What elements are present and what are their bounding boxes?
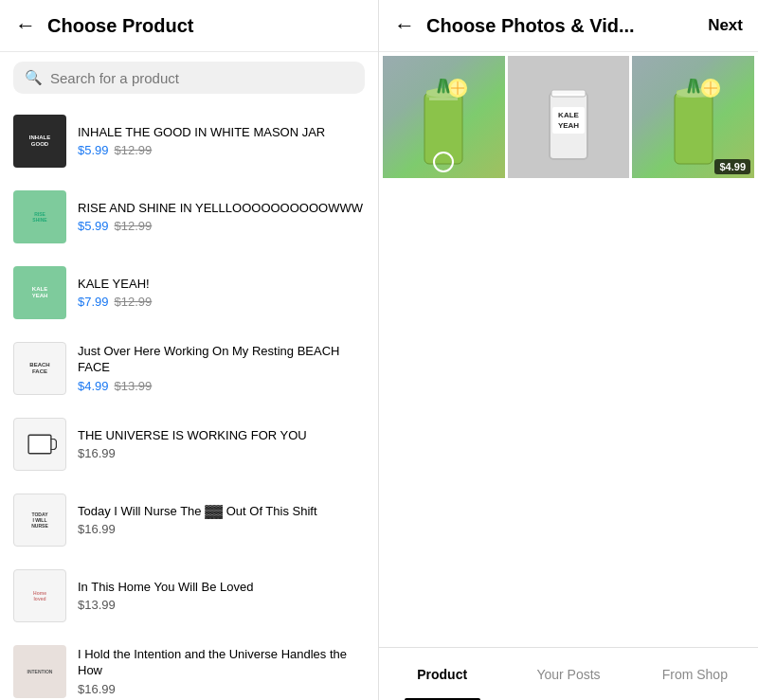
list-item[interactable]: TODAYI WILLNURSE Today I Will Nurse The … bbox=[0, 482, 378, 558]
bottom-tabs: Product Your Posts From Shop bbox=[379, 647, 758, 700]
product-name: INHALE THE GOOD IN WHITE MASON JAR bbox=[78, 125, 365, 141]
product-thumbnail: TODAYI WILLNURSE bbox=[13, 494, 66, 547]
price-row: $16.99 bbox=[78, 522, 365, 536]
price-sale: $7.99 bbox=[78, 295, 109, 309]
product-info: In This Home You Will Be Loved $13.99 bbox=[78, 580, 365, 613]
product-thumbnail: Homeloved bbox=[13, 569, 66, 622]
photo-inner bbox=[383, 56, 505, 178]
right-panel: ← Choose Photos & Vid... Next bbox=[379, 0, 758, 700]
svg-text:YEAH: YEAH bbox=[558, 121, 579, 130]
right-header: ← Choose Photos & Vid... Next bbox=[379, 0, 758, 52]
tab-your-posts-label: Your Posts bbox=[536, 667, 600, 682]
photo-cell[interactable]: KALE YEAH bbox=[508, 56, 630, 178]
list-item[interactable]: BEACHFACE Just Over Here Working On My R… bbox=[0, 331, 378, 406]
list-item[interactable]: INHALEGOOD INHALE THE GOOD IN WHITE MASO… bbox=[0, 103, 378, 179]
product-name: In This Home You Will Be Loved bbox=[78, 580, 365, 596]
price-badge: $4.99 bbox=[714, 159, 750, 174]
price-sale: $5.99 bbox=[78, 143, 109, 157]
photo-cell[interactable] bbox=[383, 56, 505, 178]
left-panel-title: Choose Product bbox=[47, 15, 193, 37]
product-info: KALE YEAH! $7.99 $12.99 bbox=[78, 277, 365, 310]
selection-circle bbox=[433, 152, 454, 172]
product-info: INHALE THE GOOD IN WHITE MASON JAR $5.99… bbox=[78, 125, 365, 158]
tab-from-shop[interactable]: From Shop bbox=[632, 648, 758, 700]
price-original: $13.99 bbox=[115, 379, 153, 393]
product-name: THE UNIVERSE IS WORKING FOR YOU bbox=[78, 428, 365, 444]
svg-rect-16 bbox=[675, 93, 713, 164]
price-row: $7.99 $12.99 bbox=[78, 295, 365, 309]
list-item[interactable]: THE UNIVERSE IS WORKING FOR YOU $16.99 bbox=[0, 406, 378, 482]
product-info: THE UNIVERSE IS WORKING FOR YOU $16.99 bbox=[78, 428, 365, 461]
price-row: $4.99 $13.99 bbox=[78, 379, 365, 393]
product-thumbnail bbox=[13, 418, 66, 471]
search-container: 🔍 bbox=[0, 52, 378, 103]
price-original: $12.99 bbox=[115, 219, 153, 233]
price-regular: $13.99 bbox=[78, 598, 116, 612]
svg-rect-12 bbox=[551, 90, 586, 97]
price-original: $12.99 bbox=[115, 295, 153, 309]
svg-text:KALE: KALE bbox=[558, 111, 579, 119]
product-thumbnail: INHALEGOOD bbox=[13, 115, 66, 168]
tab-your-posts[interactable]: Your Posts bbox=[505, 648, 631, 700]
product-info: I Hold the Intention and the Universe Ha… bbox=[78, 647, 365, 696]
price-sale: $4.99 bbox=[78, 379, 109, 393]
price-row: $16.99 bbox=[78, 682, 365, 696]
right-header-left: ← Choose Photos & Vid... bbox=[394, 13, 635, 38]
search-bar: 🔍 bbox=[13, 62, 365, 94]
product-list: INHALEGOOD INHALE THE GOOD IN WHITE MASO… bbox=[0, 103, 378, 700]
product-info: Today I Will Nurse The ▓▓ Out Of This Sh… bbox=[78, 504, 365, 537]
price-row: $5.99 $12.99 bbox=[78, 143, 365, 157]
tab-from-shop-label: From Shop bbox=[662, 667, 728, 682]
tab-product[interactable]: Product bbox=[379, 648, 505, 700]
price-sale: $5.99 bbox=[78, 219, 109, 233]
next-button[interactable]: Next bbox=[708, 16, 743, 35]
photo-grid: KALE YEAH bbox=[379, 52, 758, 647]
product-thumbnail: INTENTION bbox=[13, 645, 66, 698]
product-name: RISE AND SHINE IN YELLLOOOOOOOOOOWWW bbox=[78, 201, 365, 217]
tab-product-label: Product bbox=[417, 667, 467, 682]
product-thumbnail: KALEYEAH bbox=[13, 266, 66, 319]
price-regular: $16.99 bbox=[78, 682, 116, 696]
product-name: Just Over Here Working On My Resting BEA… bbox=[78, 344, 365, 376]
right-back-icon[interactable]: ← bbox=[394, 13, 415, 38]
price-row: $5.99 $12.99 bbox=[78, 219, 365, 233]
list-item[interactable]: INTENTION I Hold the Intention and the U… bbox=[0, 634, 378, 700]
product-name: Today I Will Nurse The ▓▓ Out Of This Sh… bbox=[78, 504, 365, 520]
list-item[interactable]: Homeloved In This Home You Will Be Loved… bbox=[0, 558, 378, 634]
list-item[interactable]: KALEYEAH KALE YEAH! $7.99 $12.99 bbox=[0, 255, 378, 331]
product-info: RISE AND SHINE IN YELLLOOOOOOOOOOWWW $5.… bbox=[78, 201, 365, 234]
price-row: $16.99 bbox=[78, 446, 365, 460]
left-header: ← Choose Product bbox=[0, 0, 378, 52]
product-name: I Hold the Intention and the Universe Ha… bbox=[78, 647, 365, 679]
price-regular: $16.99 bbox=[78, 446, 116, 460]
price-row: $13.99 bbox=[78, 598, 365, 612]
product-thumbnail: BEACHFACE bbox=[13, 342, 66, 395]
photo-inner: KALE YEAH bbox=[508, 56, 630, 178]
photo-cell[interactable]: $4.99 bbox=[632, 56, 754, 178]
left-panel: ← Choose Product 🔍 INHALEGOOD INHALE THE… bbox=[0, 0, 379, 700]
product-name: KALE YEAH! bbox=[78, 277, 365, 293]
product-info: Just Over Here Working On My Resting BEA… bbox=[78, 344, 365, 393]
photo-inner: $4.99 bbox=[632, 56, 754, 178]
product-thumbnail: RISESHINE bbox=[13, 190, 66, 243]
list-item[interactable]: RISESHINE RISE AND SHINE IN YELLLOOOOOOO… bbox=[0, 179, 378, 255]
price-regular: $16.99 bbox=[78, 522, 116, 536]
svg-rect-3 bbox=[429, 98, 458, 100]
search-icon: 🔍 bbox=[25, 69, 43, 86]
right-panel-title: Choose Photos & Vid... bbox=[426, 15, 635, 37]
price-original: $12.99 bbox=[115, 143, 153, 157]
search-input[interactable] bbox=[50, 70, 353, 86]
left-back-icon[interactable]: ← bbox=[15, 13, 36, 38]
